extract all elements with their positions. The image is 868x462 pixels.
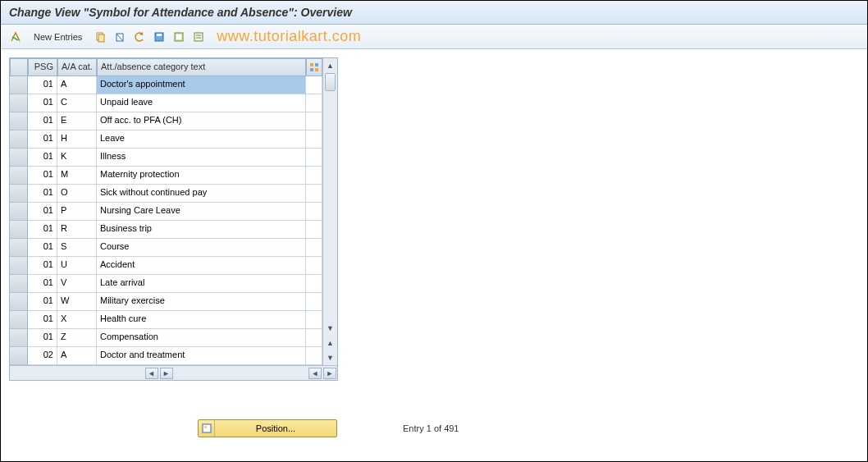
vertical-scrollbar[interactable]: ▲ ▼ ▲ ▼ [322, 58, 337, 365]
aacat-cell[interactable]: A [57, 347, 97, 365]
text-cell[interactable]: Course [97, 239, 306, 257]
psg-cell[interactable]: 01 [28, 239, 57, 257]
row-selector[interactable] [10, 203, 28, 221]
row-selector[interactable] [10, 130, 28, 149]
text-cell[interactable]: Health cure [97, 311, 306, 329]
psg-cell[interactable]: 01 [28, 311, 57, 329]
row-selector[interactable] [10, 329, 28, 347]
text-cell[interactable]: Leave [97, 130, 306, 149]
aacat-cell[interactable]: C [57, 94, 97, 112]
psg-cell[interactable]: 01 [28, 112, 57, 130]
aacat-cell[interactable]: K [57, 149, 97, 167]
text-cell[interactable]: Off acc. to PFA (CH) [97, 112, 306, 130]
psg-cell[interactable]: 01 [28, 149, 57, 167]
pad-cell [306, 221, 322, 239]
deselect-all-icon[interactable] [190, 29, 207, 45]
table-row: 01RBusiness trip [10, 221, 322, 239]
psg-cell[interactable]: 01 [28, 275, 57, 293]
scroll-left2-icon[interactable]: ◄ [308, 368, 322, 379]
text-cell[interactable]: Business trip [97, 221, 306, 239]
row-selector[interactable] [10, 239, 28, 257]
text-cell[interactable]: Doctor's appointment [97, 76, 306, 94]
row-selector[interactable] [10, 221, 28, 239]
table-row: 01OSick without continued pay [10, 185, 322, 203]
scroll-up2-icon[interactable]: ▲ [323, 336, 337, 350]
svg-rect-11 [310, 63, 313, 66]
horizontal-scrollbar[interactable]: ◄ ► ◄ ► [10, 365, 337, 380]
undo-icon[interactable] [131, 29, 148, 45]
psg-cell[interactable]: 01 [28, 293, 57, 311]
aacat-cell[interactable]: R [57, 221, 97, 239]
psg-cell[interactable]: 01 [28, 94, 57, 112]
aacat-cell[interactable]: E [57, 112, 97, 130]
aacat-cell[interactable]: Z [57, 329, 97, 347]
psg-cell[interactable]: 01 [28, 167, 57, 185]
aacat-cell[interactable]: V [57, 275, 97, 293]
psg-cell[interactable]: 01 [28, 76, 57, 94]
scroll-track[interactable] [323, 73, 337, 321]
save-icon[interactable] [151, 29, 167, 45]
col-header-text[interactable]: Att./absence category text [97, 58, 306, 76]
select-all-icon[interactable] [171, 29, 187, 45]
psg-cell[interactable]: 01 [28, 203, 57, 221]
aacat-cell[interactable]: X [57, 311, 97, 329]
row-selector[interactable] [10, 94, 28, 112]
psg-cell[interactable]: 01 [28, 257, 57, 275]
scroll-right-icon[interactable]: ► [160, 368, 173, 379]
text-cell[interactable]: Doctor and treatment [97, 347, 306, 365]
text-cell[interactable]: Late arrival [97, 275, 306, 293]
aacat-cell[interactable]: M [57, 167, 97, 185]
new-entries-button[interactable]: New Entries [27, 30, 89, 43]
delete-icon[interactable] [112, 29, 128, 45]
aacat-cell[interactable]: S [57, 239, 97, 257]
row-selector[interactable] [10, 185, 28, 203]
aacat-cell[interactable]: A [57, 76, 97, 94]
svg-rect-16 [204, 426, 207, 428]
row-selector[interactable] [10, 293, 28, 311]
text-cell[interactable]: Illness [97, 149, 306, 167]
row-selector[interactable] [10, 347, 28, 365]
text-cell[interactable]: Unpaid leave [97, 94, 306, 112]
aacat-cell[interactable]: H [57, 130, 97, 149]
text-cell[interactable]: Maternity protection [97, 167, 306, 185]
toggle-icon[interactable] [7, 29, 24, 45]
scroll-thumb[interactable] [325, 73, 336, 91]
text-cell[interactable]: Military exercise [97, 293, 306, 311]
svg-rect-1 [98, 34, 104, 42]
pad-cell [306, 94, 322, 112]
psg-cell[interactable]: 01 [28, 221, 57, 239]
row-selector[interactable] [10, 275, 28, 293]
aacat-cell[interactable]: O [57, 185, 97, 203]
psg-cell[interactable]: 01 [28, 185, 57, 203]
psg-cell[interactable]: 02 [28, 347, 57, 365]
scroll-up-icon[interactable]: ▲ [323, 58, 337, 73]
text-cell[interactable]: Sick without continued pay [97, 185, 306, 203]
scroll-down2-icon[interactable]: ▼ [323, 350, 337, 365]
position-button[interactable]: Position... [198, 419, 337, 437]
psg-cell[interactable]: 01 [28, 329, 57, 347]
aacat-cell[interactable]: P [57, 203, 97, 221]
table-config-icon[interactable] [306, 58, 322, 76]
text-cell[interactable]: Nursing Care Leave [97, 203, 306, 221]
row-selector[interactable] [10, 311, 28, 329]
row-selector[interactable] [10, 257, 28, 275]
copy-icon[interactable] [92, 29, 108, 45]
scroll-right2-icon[interactable]: ► [323, 368, 336, 379]
row-selector[interactable] [10, 149, 28, 167]
psg-cell[interactable]: 01 [28, 130, 57, 149]
row-selector[interactable] [10, 76, 28, 94]
text-cell[interactable]: Accident [97, 257, 306, 275]
row-selector[interactable] [10, 112, 28, 130]
scroll-down-icon[interactable]: ▼ [323, 321, 337, 336]
pad-cell [306, 203, 322, 221]
aacat-cell[interactable]: U [57, 257, 97, 275]
col-header-psg[interactable]: PSG [28, 58, 57, 76]
svg-rect-8 [194, 33, 203, 41]
text-cell[interactable]: Compensation [97, 329, 306, 347]
pad-cell [306, 167, 322, 185]
row-selector[interactable] [10, 167, 28, 185]
scroll-left-icon[interactable]: ◄ [145, 368, 158, 379]
select-all-header[interactable] [10, 58, 28, 76]
aacat-cell[interactable]: W [57, 293, 97, 311]
col-header-aacat[interactable]: A/A cat. [57, 58, 97, 76]
